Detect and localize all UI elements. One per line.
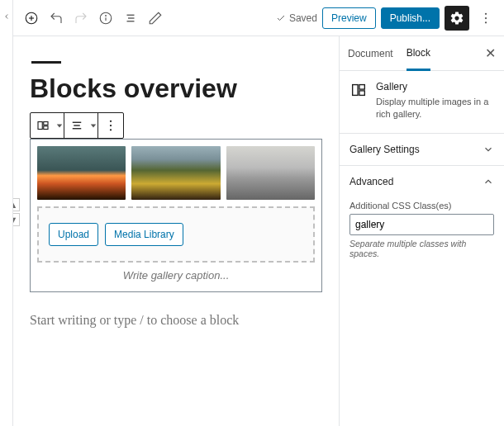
edit-button[interactable] — [144, 7, 167, 30]
block-more-button[interactable] — [98, 113, 123, 138]
svg-point-10 — [485, 17, 487, 18]
gallery-images — [37, 146, 315, 200]
panel-advanced-body: Additional CSS Class(es) Separate multip… — [340, 197, 504, 270]
add-block-button[interactable] — [20, 7, 43, 30]
svg-rect-24 — [359, 85, 364, 90]
css-class-hint: Separate multiple classes with spaces. — [349, 239, 494, 258]
block-description: Display multiple images in a rich galler… — [376, 96, 494, 121]
gallery-image[interactable] — [131, 146, 220, 200]
preview-button[interactable]: Preview — [322, 7, 376, 29]
block-card: Gallery Display multiple images in a ric… — [340, 71, 504, 133]
paragraph-placeholder[interactable]: Start writing or type / to choose a bloc… — [30, 309, 322, 333]
panel-advanced[interactable]: Advanced — [340, 165, 504, 197]
block-name: Gallery — [376, 81, 494, 92]
tab-block[interactable]: Block — [407, 37, 430, 71]
svg-point-5 — [106, 15, 107, 16]
panel-gallery-settings[interactable]: Gallery Settings — [340, 133, 504, 165]
gallery-image[interactable] — [37, 146, 126, 200]
tab-document[interactable]: Document — [348, 38, 393, 69]
chevron-up-icon — [483, 176, 494, 187]
redo-button[interactable] — [69, 7, 93, 30]
css-class-input[interactable] — [349, 214, 494, 235]
align-button[interactable] — [64, 113, 89, 138]
inspector-sidebar: Document Block ✕ Gallery Display multipl… — [339, 36, 504, 426]
block-mover: ▲ ▼ — [13, 198, 21, 228]
align-caret[interactable] — [89, 113, 97, 138]
svg-rect-23 — [353, 85, 358, 96]
block-type-button[interactable] — [31, 113, 55, 138]
page-title[interactable]: Blocks overview — [30, 73, 322, 104]
svg-point-9 — [485, 12, 487, 14]
gallery-image[interactable] — [226, 146, 315, 200]
svg-point-20 — [110, 121, 112, 122]
back-button[interactable] — [0, 0, 13, 426]
close-sidebar-button[interactable]: ✕ — [485, 45, 496, 61]
svg-rect-13 — [44, 122, 48, 125]
editor-topbar: Saved Preview Publish... — [13, 0, 504, 36]
svg-point-22 — [110, 129, 112, 130]
chevron-down-icon — [483, 144, 494, 155]
block-type-caret[interactable] — [55, 113, 64, 138]
block-toolbar — [30, 112, 124, 139]
move-up-button[interactable]: ▲ — [13, 198, 20, 211]
svg-marker-19 — [91, 124, 96, 127]
upload-button[interactable]: Upload — [49, 223, 98, 246]
gallery-caption[interactable]: Write gallery caption... — [37, 263, 315, 285]
info-button[interactable] — [94, 7, 117, 30]
gallery-appender: Upload Media Library — [37, 206, 315, 263]
title-decoration — [31, 61, 61, 64]
settings-button[interactable] — [445, 6, 469, 31]
saved-label: Saved — [289, 12, 317, 24]
panel-label: Gallery Settings — [349, 144, 420, 155]
panel-label: Advanced — [349, 176, 393, 187]
svg-rect-14 — [44, 126, 48, 130]
svg-marker-15 — [57, 124, 62, 127]
svg-point-11 — [485, 21, 487, 23]
media-library-button[interactable]: Media Library — [105, 223, 183, 246]
css-class-label: Additional CSS Class(es) — [349, 201, 494, 211]
publish-button[interactable]: Publish... — [381, 7, 440, 29]
undo-button[interactable] — [45, 7, 68, 30]
outline-button[interactable] — [119, 7, 142, 30]
gallery-block[interactable]: Upload Media Library Write gallery capti… — [30, 139, 322, 292]
svg-point-21 — [110, 125, 112, 126]
save-status: Saved — [276, 12, 317, 24]
svg-rect-25 — [359, 91, 364, 96]
more-menu-button[interactable] — [474, 7, 497, 30]
gallery-icon — [349, 81, 368, 99]
move-down-button[interactable]: ▼ — [13, 213, 20, 226]
svg-rect-12 — [38, 122, 42, 130]
